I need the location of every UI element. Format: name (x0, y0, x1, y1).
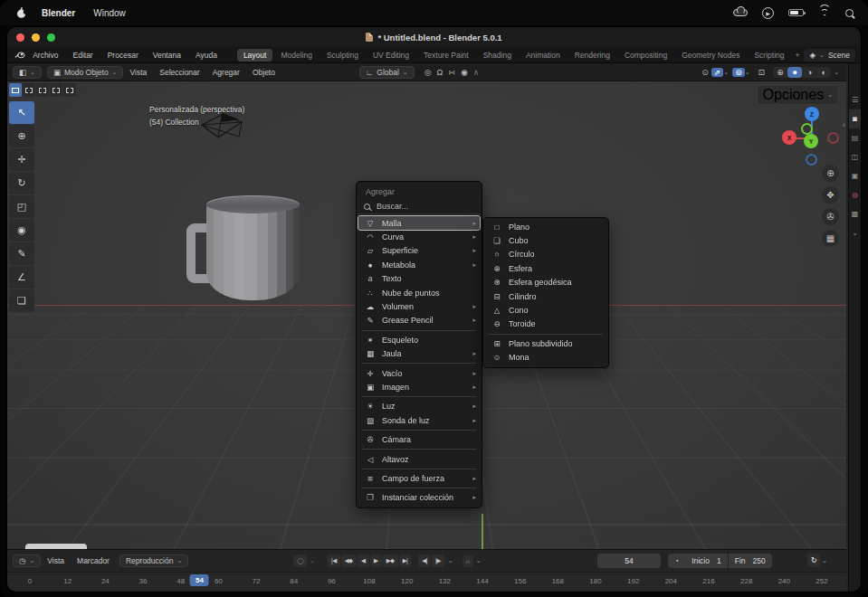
menu-item[interactable]: ✇ Cámara (357, 432, 482, 446)
viewport-3d[interactable]: Personalizada (perspectiva) (54) Collect… (7, 81, 846, 549)
menu-item[interactable]: ▦ Jaula ▸ (357, 347, 482, 361)
add-workspace-button[interactable]: + (791, 51, 805, 60)
menu-item[interactable]: a Texto (357, 272, 482, 286)
workspace-tab[interactable]: Layout (237, 49, 273, 62)
shading-solid-button[interactable]: ● (787, 67, 802, 78)
select-mode-circle-button[interactable] (36, 83, 49, 97)
menu-item[interactable]: ☁ Volumen ▸ (357, 299, 482, 313)
jump-to-end-button[interactable]: ▶| (399, 554, 412, 567)
workspace-tab[interactable]: Texture Paint (417, 49, 475, 62)
shading-material-button[interactable]: ◑ (802, 67, 816, 78)
select-mode-box-button[interactable] (23, 83, 35, 97)
timeline-ruler[interactable]: 0122436486072849610812013214415616818019… (7, 572, 846, 591)
submenu-item[interactable]: △ Cono (483, 303, 608, 317)
zoom-window-button[interactable] (47, 33, 55, 42)
blender-logo-icon[interactable] (14, 50, 25, 60)
workspace-tab[interactable]: Modeling (274, 49, 319, 62)
pan-button[interactable]: ✥ (822, 186, 839, 204)
prev-frame-button[interactable]: ◀| (418, 554, 431, 567)
minimize-window-button[interactable] (32, 33, 40, 42)
menu-item[interactable]: ● Metabola ▸ (357, 258, 482, 271)
cloud-status-icon[interactable] (733, 9, 748, 16)
submenu-item[interactable]: ⊖ Toroide (483, 317, 608, 331)
cursor-tool[interactable]: ⊕ (9, 125, 34, 147)
timeline-editor-selector[interactable]: ◷ ⌄ (13, 554, 41, 567)
menu-item[interactable]: ▽ Malla ▸ (358, 216, 480, 230)
proportional-edit-button[interactable]: ◉ (458, 68, 471, 77)
macos-menu-window[interactable]: Window (93, 8, 126, 18)
next-frame-button[interactable]: |▶ (432, 554, 444, 567)
workspace-tab[interactable]: Scripting (748, 49, 790, 62)
workspace-tab[interactable]: Geometry Nodes (675, 49, 746, 62)
gizmos-toggle-button[interactable]: ⇗ (711, 68, 724, 77)
gizmo-x-axis[interactable]: X (782, 130, 796, 145)
timeline-menu-vista[interactable]: Vista (41, 556, 71, 565)
mode-selector[interactable]: ▣ Modo Objeto ⌄ (47, 66, 124, 79)
editor-type-selector[interactable]: ◧ ⌄ (13, 66, 42, 79)
snap-target-button[interactable]: ∺ (445, 68, 458, 77)
apple-menu-icon[interactable] (16, 6, 27, 19)
select-mode-tweak-button[interactable] (9, 83, 22, 97)
menu-item[interactable]: ◁ Altavoz (357, 452, 482, 466)
submenu-item[interactable]: ○ Círculo (483, 248, 608, 261)
add-cube-tool[interactable]: ❏ (9, 289, 34, 312)
render-tab-icon[interactable]: ◙ (849, 109, 861, 128)
more-tabs-icon[interactable]: ⌄ (849, 223, 861, 242)
annotate-tool[interactable]: ✎ (9, 242, 34, 265)
auto-keying-button[interactable]: ◯ (293, 554, 307, 567)
collapse-panel-icon[interactable]: ‹ (843, 120, 845, 129)
camera-object[interactable] (199, 109, 248, 153)
workspace-tab[interactable]: Sculpting (320, 49, 365, 62)
menu-item[interactable]: ☀ Luz ▸ (357, 400, 482, 413)
play-reverse-button[interactable]: ◀ (358, 554, 369, 567)
gizmo-x-neg-axis[interactable] (827, 132, 839, 144)
world-tab-icon[interactable]: ◍ (849, 185, 861, 204)
workspace-tab[interactable]: Compositing (618, 49, 673, 62)
playback-sync-button[interactable]: ↻ (807, 554, 820, 567)
workspace-tab[interactable]: Rendering (568, 49, 616, 62)
scene-tab-icon[interactable]: ▣ (849, 166, 861, 185)
shading-wireframe-button[interactable]: ⊕ (773, 67, 787, 78)
submenu-item[interactable]: □ Plano (483, 220, 608, 233)
menu-item[interactable]: ∴ Nube de puntos (357, 286, 482, 299)
close-window-button[interactable] (16, 33, 24, 42)
menu-item[interactable]: ◠ Curva ▸ (357, 230, 482, 243)
measure-tool[interactable]: ∠ (9, 266, 34, 289)
select-mode-lasso-button[interactable] (50, 83, 62, 97)
jump-to-start-button[interactable]: |◀ (328, 554, 340, 567)
menu-agregar[interactable]: Agregar (206, 68, 246, 77)
object-tab-icon[interactable]: ▩ (849, 204, 861, 223)
gizmo-z-neg-axis[interactable] (806, 154, 817, 166)
overlays-toggle-button[interactable]: ⊚ (732, 68, 745, 77)
workspace-tab[interactable]: Animation (520, 49, 567, 62)
zoom-button[interactable]: ⊕ (822, 165, 839, 182)
spotlight-search-icon[interactable] (845, 9, 854, 17)
orientation-selector[interactable]: ∟ Global ⌄ (359, 66, 415, 79)
submenu-item[interactable]: ⊟ Cilindro (483, 289, 608, 303)
submenu-item[interactable]: ⊞ Plano subdividido (483, 336, 608, 350)
menu-ventana[interactable]: Ventana (146, 51, 188, 60)
perspective-toggle-button[interactable]: ▦ (822, 230, 839, 247)
timeline-menu-marcador[interactable]: Marcador (71, 556, 116, 565)
select-mode-paint-button[interactable] (63, 83, 76, 97)
screen-mirroring-icon[interactable]: ▶ (762, 7, 774, 19)
play-button[interactable]: ▶ (370, 554, 382, 567)
pivot-point-button[interactable]: ◎ (422, 68, 434, 77)
menu-editar[interactable]: Editar (65, 51, 100, 60)
output-tab-icon[interactable]: ▤ (849, 128, 861, 147)
keying-set-button[interactable]: ∩ (463, 555, 473, 567)
menu-vista[interactable]: Vista (123, 68, 153, 77)
transform-tool[interactable]: ◉ (9, 219, 34, 242)
submenu-item[interactable]: ⊕ Esfera (483, 261, 608, 275)
frame-start-field[interactable]: Inicio 1 (685, 554, 728, 568)
scene-selector[interactable]: ◈ ⌄ Scene (804, 49, 855, 62)
stopwatch-icon[interactable]: ◔ (668, 554, 685, 568)
gizmo-y-axis[interactable]: Y (804, 134, 818, 148)
navigation-gizmo[interactable]: Z X Y (768, 100, 846, 172)
menu-ayuda[interactable]: Ayuda (188, 51, 224, 60)
select-box-tool[interactable]: ↖ (9, 101, 34, 124)
menu-item[interactable]: ✎ Grease Pencil ▸ (357, 314, 482, 327)
submenu-item[interactable]: ❏ Cubo (483, 233, 608, 247)
camera-view-button[interactable]: ✇ (822, 208, 839, 225)
prev-keyframe-button[interactable]: ◀◆ (341, 554, 357, 567)
